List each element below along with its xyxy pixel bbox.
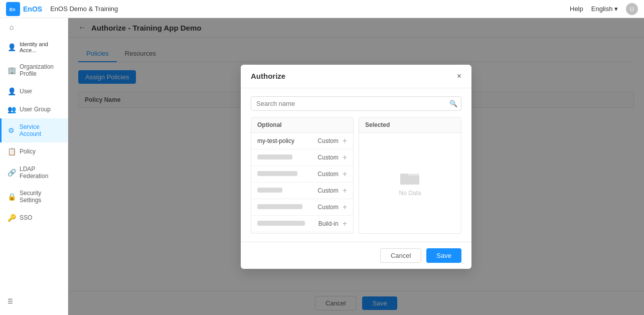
optional-panel-header: Optional [251,117,353,133]
modal-header: Authorize × [241,65,471,88]
blurred-name [257,188,282,193]
sidebar-item-org[interactable]: 🏢 Organization Profile [0,58,68,82]
sidebar-label: Identity and Acce... [20,41,62,53]
policy-name [257,187,317,194]
sidebar-item-ldap[interactable]: 🔗 LDAP Federation [0,161,68,185]
policy-icon: 📋 [8,147,16,155]
blurred-name [257,204,302,209]
service-icon: ⚙ [8,126,16,134]
sidebar-item-security[interactable]: 🔒 Security Settings [0,185,68,209]
no-data-label: No Data [399,190,421,197]
user-icon: 👤 [8,87,16,95]
optional-panel-body: my-test-policy Custom + Custom + [251,133,353,233]
blurred-name [257,221,305,226]
security-icon: 🔒 [8,193,16,201]
policy-row: Custom + [251,199,353,216]
topbar-right: Help English ▾ U [570,3,638,15]
sidebar-label: SSO [20,214,32,221]
blurred-name [257,154,292,160]
org-icon: 🏢 [8,66,16,74]
policy-type: Custom [317,154,338,161]
policy-type: Custom [317,171,338,178]
policy-type: Custom [317,187,338,194]
sidebar-item-home[interactable]: ⌂ [0,18,68,36]
language-menu[interactable]: English ▾ [591,5,618,13]
policy-row: Custom + [251,183,353,199]
blurred-name [257,171,297,176]
optional-panel: Optional my-test-policy Custom + [251,117,354,234]
sidebar-item-sso[interactable]: 🔑 SSO [0,209,68,227]
authorize-modal: Authorize × 🔍 Optional [241,65,471,269]
policy-row: Custom + [251,166,353,183]
main-content: ← Authorize - Training App Demo Policies… [68,18,644,315]
search-input[interactable] [251,96,461,111]
sidebar-label: Organization Profile [20,63,62,77]
user-avatar[interactable]: U [626,3,638,15]
policy-add-button[interactable]: + [343,170,347,179]
sidebar-item-policy[interactable]: 📋 Policy [0,142,68,161]
search-icon: 🔍 [449,100,457,107]
logo: En EnOS [6,2,42,16]
user-group-icon: 👥 [8,105,16,113]
policy-add-button[interactable]: + [343,203,347,212]
app-name: EnOS Demo & Training [50,5,570,13]
layout: ⌂ 👤 Identity and Acce... 🏢 Organization … [0,18,644,315]
modal-overlay: Authorize × 🔍 Optional [68,18,644,315]
sidebar-label: User [20,88,32,95]
policy-type: Build-in [318,220,339,227]
identity-icon: 👤 [8,43,16,51]
modal-close-button[interactable]: × [457,72,461,81]
selected-panel: Selected No Data [359,117,461,234]
policy-name: my-test-policy [257,137,317,144]
sidebar-collapse[interactable]: ☰ [0,293,68,310]
sidebar-label: Policy [20,148,36,155]
two-panels: Optional my-test-policy Custom + [251,117,461,234]
modal-save-button[interactable]: Save [426,248,461,263]
policy-row: Build-in + [251,216,353,232]
empty-state: No Data [359,133,461,233]
policy-row: Custom + [251,149,353,166]
policy-name [257,204,317,211]
sidebar-label: Security Settings [20,190,62,204]
sidebar-item-user-group[interactable]: 👥 User Group [0,100,68,118]
search-box: 🔍 [251,96,461,111]
svg-text:En: En [10,7,16,12]
policy-add-button[interactable]: + [343,153,347,162]
sidebar-item-user[interactable]: 👤 User [0,82,68,100]
topbar: En EnOS EnOS Demo & Training Help Englis… [0,0,644,18]
svg-rect-4 [400,176,419,185]
empty-folder-icon [400,170,420,186]
policy-add-button[interactable]: + [343,186,347,195]
policy-type: Custom [317,137,338,144]
sso-icon: 🔑 [8,214,16,222]
logo-text: EnOS [23,5,42,13]
sidebar-item-identity[interactable]: 👤 Identity and Acce... [0,36,68,58]
collapse-icon: ☰ [8,298,13,305]
sidebar-label: User Group [20,106,51,113]
ldap-icon: 🔗 [8,169,16,177]
policy-add-button[interactable]: + [343,136,347,145]
logo-icon: En [6,2,20,16]
modal-body: 🔍 Optional my-test-policy Custom [241,88,471,242]
selected-panel-body: No Data [359,133,461,233]
policy-type: Custom [317,204,338,211]
policy-name [257,171,317,178]
sidebar-item-service-account[interactable]: ⚙ Service Account [0,118,68,142]
policy-row: Build-in + [251,232,353,233]
policy-row: my-test-policy Custom + [251,133,353,149]
sidebar-label: Service Account [20,123,62,137]
home-icon: ⌂ [8,23,16,31]
help-menu[interactable]: Help [570,5,583,13]
selected-panel-header: Selected [359,117,461,133]
sidebar-label: LDAP Federation [20,166,62,180]
modal-cancel-button[interactable]: Cancel [380,248,421,263]
policy-add-button[interactable]: + [343,219,347,228]
modal-footer: Cancel Save [241,242,471,269]
sidebar: ⌂ 👤 Identity and Acce... 🏢 Organization … [0,18,68,315]
modal-title: Authorize [251,72,285,80]
policy-name [257,220,318,227]
policy-name [257,154,317,161]
